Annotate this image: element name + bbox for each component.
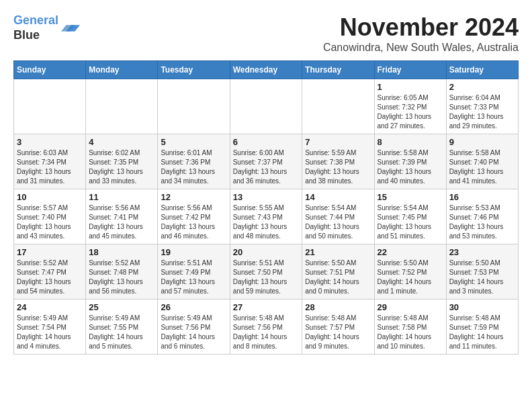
day-info: Sunrise: 5:48 AMSunset: 7:58 PMDaylight:… [378,314,443,351]
calendar-cell [14,79,86,134]
calendar-cell: 8Sunrise: 5:58 AMSunset: 7:39 PMDaylight… [374,134,446,189]
day-number: 12 [161,192,226,202]
day-info: Sunrise: 6:04 AMSunset: 7:33 PMDaylight:… [449,93,515,131]
calendar-cell: 28Sunrise: 5:48 AMSunset: 7:57 PMDayligh… [302,300,374,355]
day-number: 21 [305,247,371,257]
day-number: 26 [161,302,226,312]
header: General Blue November 2024 Canowindra, N… [13,13,519,54]
day-info: Sunrise: 5:58 AMSunset: 7:39 PMDaylight:… [378,148,443,186]
day-number: 1 [378,82,443,92]
calendar-cell: 5Sunrise: 6:01 AMSunset: 7:36 PMDaylight… [158,134,230,189]
weekday-header: Sunday [14,61,86,79]
calendar-cell [302,79,374,134]
logo-icon [61,19,80,38]
day-info: Sunrise: 5:56 AMSunset: 7:41 PMDaylight:… [89,203,154,241]
day-info: Sunrise: 5:55 AMSunset: 7:43 PMDaylight:… [233,203,300,241]
day-info: Sunrise: 5:49 AMSunset: 7:54 PMDaylight:… [17,314,83,351]
calendar-cell: 24Sunrise: 5:49 AMSunset: 7:54 PMDayligh… [14,300,86,355]
calendar-week-row: 24Sunrise: 5:49 AMSunset: 7:54 PMDayligh… [14,300,519,355]
weekday-header: Wednesday [230,61,302,79]
calendar-cell: 20Sunrise: 5:51 AMSunset: 7:50 PMDayligh… [230,244,302,300]
day-number: 14 [305,192,371,202]
calendar-cell: 14Sunrise: 5:54 AMSunset: 7:44 PMDayligh… [302,189,374,244]
day-info: Sunrise: 5:53 AMSunset: 7:46 PMDaylight:… [449,203,515,241]
day-number: 5 [161,137,226,147]
day-info: Sunrise: 6:01 AMSunset: 7:36 PMDaylight:… [161,148,226,186]
calendar-table: SundayMondayTuesdayWednesdayThursdayFrid… [13,60,519,355]
day-info: Sunrise: 5:49 AMSunset: 7:55 PMDaylight:… [89,314,154,351]
calendar-cell: 16Sunrise: 5:53 AMSunset: 7:46 PMDayligh… [446,189,518,244]
day-info: Sunrise: 5:48 AMSunset: 7:57 PMDaylight:… [305,314,371,351]
day-info: Sunrise: 5:48 AMSunset: 7:59 PMDaylight:… [449,314,515,351]
day-info: Sunrise: 6:03 AMSunset: 7:34 PMDaylight:… [17,148,83,186]
day-info: Sunrise: 5:51 AMSunset: 7:49 PMDaylight:… [161,259,226,296]
location-title: Canowindra, New South Wales, Australia [323,42,519,54]
day-info: Sunrise: 6:02 AMSunset: 7:35 PMDaylight:… [89,148,154,186]
weekday-header: Tuesday [158,61,230,79]
calendar-cell: 11Sunrise: 5:56 AMSunset: 7:41 PMDayligh… [86,189,158,244]
day-number: 24 [17,302,83,312]
day-number: 7 [305,137,371,147]
calendar-cell: 15Sunrise: 5:54 AMSunset: 7:45 PMDayligh… [374,189,446,244]
day-number: 22 [378,247,443,257]
calendar-cell: 18Sunrise: 5:52 AMSunset: 7:48 PMDayligh… [86,244,158,300]
calendar-cell: 3Sunrise: 6:03 AMSunset: 7:34 PMDaylight… [14,134,86,189]
calendar-cell: 4Sunrise: 6:02 AMSunset: 7:35 PMDaylight… [86,134,158,189]
day-number: 18 [89,247,154,257]
day-number: 17 [17,247,83,257]
day-info: Sunrise: 5:54 AMSunset: 7:45 PMDaylight:… [378,203,443,241]
day-number: 13 [233,192,300,202]
month-title: November 2024 [323,13,519,42]
day-info: Sunrise: 5:51 AMSunset: 7:50 PMDaylight:… [233,259,300,296]
day-info: Sunrise: 5:50 AMSunset: 7:52 PMDaylight:… [378,259,443,296]
day-info: Sunrise: 5:52 AMSunset: 7:47 PMDaylight:… [17,259,83,296]
calendar-week-row: 10Sunrise: 5:57 AMSunset: 7:40 PMDayligh… [14,189,519,244]
day-number: 28 [305,302,371,312]
day-number: 27 [233,302,300,312]
calendar-cell [230,79,302,134]
day-info: Sunrise: 5:56 AMSunset: 7:42 PMDaylight:… [161,203,226,241]
day-number: 19 [161,247,226,257]
day-info: Sunrise: 5:58 AMSunset: 7:40 PMDaylight:… [449,148,515,186]
day-info: Sunrise: 5:50 AMSunset: 7:53 PMDaylight:… [449,259,515,296]
day-info: Sunrise: 5:57 AMSunset: 7:40 PMDaylight:… [17,203,83,241]
day-number: 30 [449,302,515,312]
calendar-cell: 29Sunrise: 5:48 AMSunset: 7:58 PMDayligh… [374,300,446,355]
calendar-cell: 27Sunrise: 5:48 AMSunset: 7:56 PMDayligh… [230,300,302,355]
weekday-header: Monday [86,61,158,79]
weekday-header-row: SundayMondayTuesdayWednesdayThursdayFrid… [14,61,519,79]
calendar-cell: 13Sunrise: 5:55 AMSunset: 7:43 PMDayligh… [230,189,302,244]
day-number: 9 [449,137,515,147]
day-info: Sunrise: 5:50 AMSunset: 7:51 PMDaylight:… [305,259,371,296]
weekday-header: Thursday [302,61,374,79]
day-info: Sunrise: 5:54 AMSunset: 7:44 PMDaylight:… [305,203,371,241]
weekday-header: Friday [374,61,446,79]
calendar-cell: 9Sunrise: 5:58 AMSunset: 7:40 PMDaylight… [446,134,518,189]
day-number: 2 [449,82,515,92]
calendar-cell: 10Sunrise: 5:57 AMSunset: 7:40 PMDayligh… [14,189,86,244]
day-number: 23 [449,247,515,257]
day-number: 6 [233,137,300,147]
day-number: 3 [17,137,83,147]
calendar-cell: 30Sunrise: 5:48 AMSunset: 7:59 PMDayligh… [446,300,518,355]
calendar-week-row: 1Sunrise: 6:05 AMSunset: 7:32 PMDaylight… [14,79,519,134]
day-number: 10 [17,192,83,202]
calendar-cell: 19Sunrise: 5:51 AMSunset: 7:49 PMDayligh… [158,244,230,300]
calendar-cell [86,79,158,134]
day-number: 4 [89,137,154,147]
logo-text: General Blue [13,13,58,42]
calendar-cell: 2Sunrise: 6:04 AMSunset: 7:33 PMDaylight… [446,79,518,134]
day-number: 25 [89,302,154,312]
calendar-cell: 23Sunrise: 5:50 AMSunset: 7:53 PMDayligh… [446,244,518,300]
calendar-cell: 12Sunrise: 5:56 AMSunset: 7:42 PMDayligh… [158,189,230,244]
calendar-cell: 1Sunrise: 6:05 AMSunset: 7:32 PMDaylight… [374,79,446,134]
calendar-week-row: 17Sunrise: 5:52 AMSunset: 7:47 PMDayligh… [14,244,519,300]
day-info: Sunrise: 5:49 AMSunset: 7:56 PMDaylight:… [161,314,226,351]
day-number: 20 [233,247,300,257]
calendar-cell [158,79,230,134]
calendar-week-row: 3Sunrise: 6:03 AMSunset: 7:34 PMDaylight… [14,134,519,189]
day-number: 16 [449,192,515,202]
day-info: Sunrise: 5:52 AMSunset: 7:48 PMDaylight:… [89,259,154,296]
title-area: November 2024 Canowindra, New South Wale… [323,13,519,54]
day-info: Sunrise: 6:05 AMSunset: 7:32 PMDaylight:… [378,93,443,131]
